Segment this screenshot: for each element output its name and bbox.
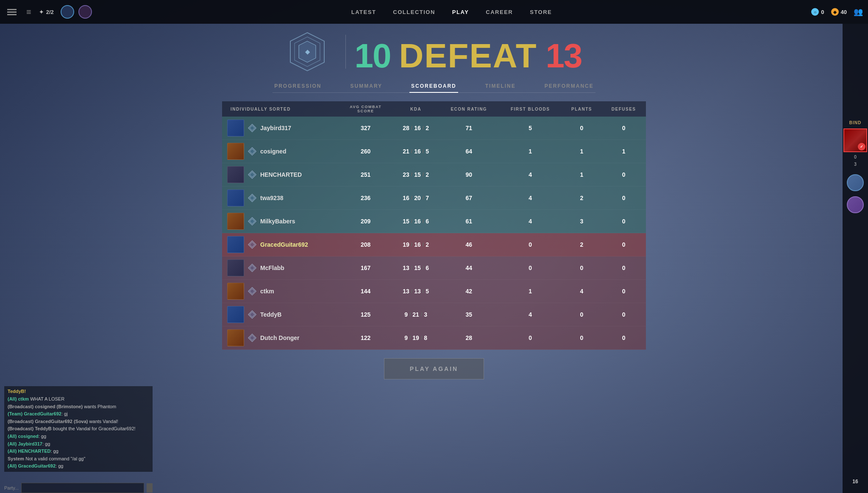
- player-rank-9: [248, 333, 257, 343]
- player-rank-1: [248, 147, 257, 156]
- chat-text: WHAT A LOSER: [29, 396, 64, 401]
- scoreboard-wrapper: INDIVIDUALLY SORTED AVG COMBATSCORE KDA …: [222, 101, 646, 350]
- player-assists-1: 5: [426, 148, 429, 155]
- player-fb-5: 0: [499, 233, 562, 256]
- table-row: Dutch Donger 122 9 / 19 / 8 28 0 0 0: [222, 326, 646, 350]
- player-plants-3: 2: [562, 187, 602, 210]
- chat-sender: TeddyB!: [8, 389, 26, 394]
- player-avatar-0: [227, 120, 244, 136]
- col-header-plants: PLANTS: [562, 101, 602, 117]
- player-avatar-2: [227, 166, 244, 183]
- player-defuses-7: 0: [601, 280, 646, 303]
- col-header-econ: ECON RATING: [439, 101, 499, 117]
- divider: [345, 35, 346, 69]
- player-kda-1: 21 / 16 / 5: [392, 140, 439, 163]
- table-row: McFlabb 167 13 / 15 / 6 44 0 0 0: [222, 256, 646, 280]
- grid-icon[interactable]: [5, 5, 19, 19]
- hamburger-icon[interactable]: ≡: [23, 7, 35, 17]
- player-assists-5: 2: [426, 241, 429, 248]
- party-label: Party...: [4, 485, 19, 490]
- player-name-8: TeddyB: [260, 311, 281, 318]
- player-assists-4: 6: [426, 218, 429, 225]
- player-kda-3: 16 / 20 / 7: [392, 187, 439, 210]
- chat-line: (All) GracedGuitar692: gg: [8, 462, 149, 470]
- tab-progression[interactable]: PROGRESSION: [273, 80, 323, 92]
- chat-line: System Not a valid command "/al gg": [8, 455, 149, 463]
- rp-currency: ◈ 40: [831, 8, 847, 16]
- player-plants-7: 4: [562, 280, 602, 303]
- player-kills-5: 19: [403, 241, 409, 248]
- player-name-9: Dutch Donger: [260, 334, 300, 341]
- player-kills-3: 16: [403, 195, 409, 201]
- player-defuses-5: 0: [601, 233, 646, 256]
- player-cell-3: twa9238: [222, 187, 339, 210]
- col-header-fb: FIRST BLOODS: [499, 101, 562, 117]
- player-defuses-2: 0: [601, 163, 646, 187]
- player-econ-8: 35: [439, 303, 499, 326]
- tab-timeline[interactable]: TIMELINE: [484, 80, 517, 92]
- chat-input[interactable]: [21, 483, 144, 493]
- player-defuses-6: 0: [601, 256, 646, 280]
- chat-text: Not a valid command "/al gg": [24, 456, 85, 461]
- friends-icon[interactable]: 👥: [854, 7, 863, 17]
- chat-input-row: Party...: [4, 483, 153, 493]
- agent-icon-1[interactable]: [61, 5, 74, 19]
- tab-performance[interactable]: PERFORMANCE: [543, 80, 595, 92]
- player-assists-9: 8: [424, 334, 427, 341]
- player-cell-2: HENCHARTED: [222, 163, 339, 187]
- player-fb-9: 0: [499, 326, 562, 350]
- chat-line: TeddyB!: [8, 388, 149, 396]
- chat-sender: (All) GracedGuitar692: [8, 463, 56, 468]
- col-header-defuses: DEFUSES: [601, 101, 646, 117]
- player-avatar-9: [227, 329, 244, 346]
- star-icon: ✦: [39, 9, 44, 15]
- player-kda-6: 13 / 15 / 6: [392, 256, 439, 280]
- chat-sender: (All) ctkm: [8, 396, 29, 401]
- player-avatar-8: [227, 306, 244, 323]
- player-fb-3: 4: [499, 187, 562, 210]
- chat-sender: (All) Jaybird317: [8, 441, 42, 446]
- play-again-button[interactable]: PLAY AGAIN: [384, 358, 484, 379]
- score-display-b: 3: [854, 162, 857, 167]
- table-header: INDIVIDUALLY SORTED AVG COMBATSCORE KDA …: [222, 101, 646, 117]
- nav-item-collection[interactable]: COLLECTION: [393, 7, 435, 17]
- rank-section: ◆: [286, 31, 328, 73]
- nav-item-store[interactable]: STORE: [530, 7, 552, 17]
- chat-text: : gj: [61, 411, 68, 416]
- score-a: 10: [354, 36, 390, 75]
- player-acs-8: 125: [339, 303, 392, 326]
- agent-icon-2[interactable]: [78, 5, 92, 19]
- nav-item-latest[interactable]: LATEST: [351, 7, 376, 17]
- player-cell-5: GracedGuitar692: [222, 233, 339, 256]
- player-defuses-9: 0: [601, 326, 646, 350]
- player-rank-3: [248, 193, 257, 203]
- right-sidebar: BIND ✓ 0 3 16: [843, 24, 868, 493]
- player-name-5: GracedGuitar692: [260, 241, 308, 248]
- nav-left-group: ≡ ✦ 2/2: [5, 5, 92, 19]
- player-fb-6: 0: [499, 256, 562, 280]
- player-kda-4: 15 / 16 / 6: [392, 210, 439, 233]
- player-fb-0: 5: [499, 117, 562, 140]
- score-b: 13: [546, 36, 582, 75]
- player-cell-6: McFlabb: [222, 256, 339, 280]
- player-kda-2: 23 / 15 / 2: [392, 163, 439, 187]
- player-rank-5: [248, 240, 257, 249]
- rank-emblem: ◆: [286, 31, 328, 73]
- agent-counter: ✦ 2/2: [39, 9, 54, 15]
- chat-scrollbar[interactable]: [147, 483, 153, 493]
- player-acs-0: 327: [339, 117, 392, 140]
- player-acs-5: 208: [339, 233, 392, 256]
- tab-scoreboard[interactable]: SCOREBOARD: [409, 80, 458, 92]
- player-econ-9: 28: [439, 326, 499, 350]
- player-plants-9: 0: [562, 326, 602, 350]
- player-cell-8: TeddyB: [222, 303, 339, 326]
- tab-summary[interactable]: SUMMARY: [349, 80, 384, 92]
- map-thumbnail-active[interactable]: ✓: [843, 128, 867, 152]
- nav-item-play[interactable]: PLAY: [452, 7, 469, 17]
- chat-text: : gg: [56, 463, 63, 468]
- player-kills-2: 23: [403, 171, 409, 178]
- nav-item-career[interactable]: CAREER: [486, 7, 513, 17]
- svg-text:◆: ◆: [305, 48, 310, 55]
- player-cell-1: cosigned: [222, 140, 339, 163]
- player-econ-1: 64: [439, 140, 499, 163]
